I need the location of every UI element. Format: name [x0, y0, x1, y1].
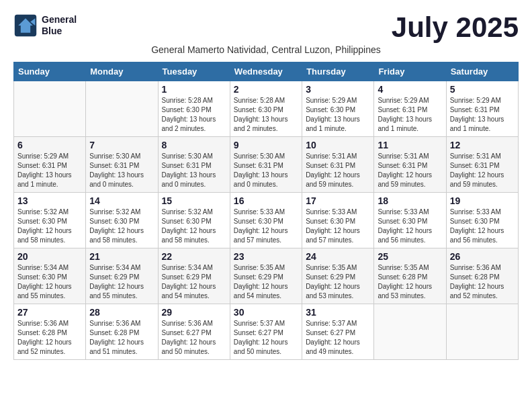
- day-info: Sunrise: 5:35 AM Sunset: 6:29 PM Dayligh…: [234, 263, 298, 301]
- day-header-monday: Monday: [86, 62, 158, 81]
- day-info: Sunrise: 5:33 AM Sunset: 6:30 PM Dayligh…: [306, 208, 370, 245]
- subtitle: General Mamerto Natividad, Central Luzon…: [13, 44, 519, 55]
- month-title: July 2025: [392, 13, 519, 42]
- week-row-5: 27Sunrise: 5:36 AM Sunset: 6:28 PM Dayli…: [14, 304, 519, 360]
- calendar-cell: 12Sunrise: 5:31 AM Sunset: 6:31 PM Dayli…: [446, 137, 518, 193]
- day-info: Sunrise: 5:36 AM Sunset: 6:28 PM Dayligh…: [450, 263, 515, 301]
- day-number: 2: [234, 84, 298, 95]
- day-number: 3: [306, 84, 370, 95]
- day-number: 28: [89, 307, 154, 318]
- day-number: 21: [89, 251, 154, 262]
- day-number: 6: [17, 140, 82, 150]
- day-info: Sunrise: 5:33 AM Sunset: 6:30 PM Dayligh…: [234, 208, 298, 245]
- day-number: 17: [306, 195, 370, 206]
- calendar-cell: 2Sunrise: 5:28 AM Sunset: 6:30 PM Daylig…: [230, 81, 302, 137]
- calendar-cell: 10Sunrise: 5:31 AM Sunset: 6:31 PM Dayli…: [302, 137, 374, 193]
- day-number: 15: [162, 195, 226, 206]
- day-info: Sunrise: 5:37 AM Sunset: 6:27 PM Dayligh…: [234, 319, 298, 357]
- day-number: 7: [89, 140, 154, 150]
- calendar-cell: 30Sunrise: 5:37 AM Sunset: 6:27 PM Dayli…: [230, 304, 302, 360]
- calendar-cell: 31Sunrise: 5:37 AM Sunset: 6:27 PM Dayli…: [302, 304, 374, 360]
- day-info: Sunrise: 5:31 AM Sunset: 6:31 PM Dayligh…: [450, 152, 515, 189]
- day-number: 8: [162, 140, 226, 150]
- calendar-cell: 4Sunrise: 5:29 AM Sunset: 6:31 PM Daylig…: [374, 81, 446, 137]
- calendar-cell: 18Sunrise: 5:33 AM Sunset: 6:30 PM Dayli…: [374, 193, 446, 248]
- day-info: Sunrise: 5:31 AM Sunset: 6:31 PM Dayligh…: [306, 152, 370, 189]
- calendar-cell: 6Sunrise: 5:29 AM Sunset: 6:31 PM Daylig…: [14, 137, 86, 193]
- day-number: 31: [306, 307, 370, 318]
- day-info: Sunrise: 5:32 AM Sunset: 6:30 PM Dayligh…: [162, 208, 226, 245]
- week-row-4: 20Sunrise: 5:34 AM Sunset: 6:30 PM Dayli…: [14, 248, 519, 304]
- calendar-cell: 7Sunrise: 5:30 AM Sunset: 6:31 PM Daylig…: [86, 137, 158, 193]
- page-header: General Blue July 2025: [13, 13, 519, 42]
- day-number: 13: [17, 195, 82, 206]
- day-info: Sunrise: 5:30 AM Sunset: 6:31 PM Dayligh…: [234, 152, 298, 189]
- day-info: Sunrise: 5:35 AM Sunset: 6:29 PM Dayligh…: [306, 263, 370, 301]
- day-info: Sunrise: 5:36 AM Sunset: 6:28 PM Dayligh…: [89, 319, 154, 357]
- calendar-cell: 3Sunrise: 5:29 AM Sunset: 6:30 PM Daylig…: [302, 81, 374, 137]
- logo-line1: General: [42, 14, 77, 26]
- day-number: 20: [17, 251, 82, 262]
- day-number: 9: [234, 140, 298, 150]
- day-number: 22: [162, 251, 226, 262]
- calendar-cell: 21Sunrise: 5:34 AM Sunset: 6:29 PM Dayli…: [86, 248, 158, 304]
- calendar-cell: 16Sunrise: 5:33 AM Sunset: 6:30 PM Dayli…: [230, 193, 302, 248]
- day-number: 11: [378, 140, 442, 150]
- day-info: Sunrise: 5:31 AM Sunset: 6:31 PM Dayligh…: [378, 152, 442, 189]
- calendar-cell: [446, 304, 518, 360]
- day-info: Sunrise: 5:36 AM Sunset: 6:27 PM Dayligh…: [162, 319, 226, 357]
- calendar-cell: 20Sunrise: 5:34 AM Sunset: 6:30 PM Dayli…: [14, 248, 86, 304]
- day-info: Sunrise: 5:28 AM Sunset: 6:30 PM Dayligh…: [234, 96, 298, 134]
- week-row-3: 13Sunrise: 5:32 AM Sunset: 6:30 PM Dayli…: [14, 193, 519, 248]
- day-info: Sunrise: 5:32 AM Sunset: 6:30 PM Dayligh…: [17, 208, 82, 245]
- day-info: Sunrise: 5:34 AM Sunset: 6:30 PM Dayligh…: [17, 263, 82, 301]
- day-info: Sunrise: 5:29 AM Sunset: 6:30 PM Dayligh…: [306, 96, 370, 134]
- logo-icon: [13, 13, 38, 38]
- calendar-header-row: SundayMondayTuesdayWednesdayThursdayFrid…: [14, 62, 519, 81]
- day-header-sunday: Sunday: [14, 62, 86, 81]
- calendar-cell: 15Sunrise: 5:32 AM Sunset: 6:30 PM Dayli…: [158, 193, 230, 248]
- day-number: 18: [378, 195, 442, 206]
- calendar-cell: 28Sunrise: 5:36 AM Sunset: 6:28 PM Dayli…: [86, 304, 158, 360]
- day-info: Sunrise: 5:35 AM Sunset: 6:28 PM Dayligh…: [378, 263, 442, 301]
- week-row-1: 1Sunrise: 5:28 AM Sunset: 6:30 PM Daylig…: [14, 81, 519, 137]
- day-info: Sunrise: 5:34 AM Sunset: 6:29 PM Dayligh…: [162, 263, 226, 301]
- day-info: Sunrise: 5:28 AM Sunset: 6:30 PM Dayligh…: [162, 96, 226, 134]
- calendar-cell: 25Sunrise: 5:35 AM Sunset: 6:28 PM Dayli…: [374, 248, 446, 304]
- calendar-cell: 22Sunrise: 5:34 AM Sunset: 6:29 PM Dayli…: [158, 248, 230, 304]
- calendar-cell: 23Sunrise: 5:35 AM Sunset: 6:29 PM Dayli…: [230, 248, 302, 304]
- day-info: Sunrise: 5:33 AM Sunset: 6:30 PM Dayligh…: [450, 208, 515, 245]
- logo: General Blue: [13, 13, 77, 38]
- day-number: 23: [234, 251, 298, 262]
- day-number: 14: [89, 195, 154, 206]
- calendar-cell: 9Sunrise: 5:30 AM Sunset: 6:31 PM Daylig…: [230, 137, 302, 193]
- day-info: Sunrise: 5:34 AM Sunset: 6:29 PM Dayligh…: [89, 263, 154, 301]
- day-number: 24: [306, 251, 370, 262]
- calendar-cell: 14Sunrise: 5:32 AM Sunset: 6:30 PM Dayli…: [86, 193, 158, 248]
- day-info: Sunrise: 5:30 AM Sunset: 6:31 PM Dayligh…: [89, 152, 154, 189]
- calendar-table: SundayMondayTuesdayWednesdayThursdayFrid…: [13, 62, 519, 360]
- day-header-friday: Friday: [374, 62, 446, 81]
- calendar-cell: 8Sunrise: 5:30 AM Sunset: 6:31 PM Daylig…: [158, 137, 230, 193]
- calendar-cell: 13Sunrise: 5:32 AM Sunset: 6:30 PM Dayli…: [14, 193, 86, 248]
- day-info: Sunrise: 5:29 AM Sunset: 6:31 PM Dayligh…: [450, 96, 515, 134]
- day-header-tuesday: Tuesday: [158, 62, 230, 81]
- day-info: Sunrise: 5:29 AM Sunset: 6:31 PM Dayligh…: [17, 152, 82, 189]
- day-info: Sunrise: 5:36 AM Sunset: 6:28 PM Dayligh…: [17, 319, 82, 357]
- day-info: Sunrise: 5:33 AM Sunset: 6:30 PM Dayligh…: [378, 208, 442, 245]
- calendar-cell: 17Sunrise: 5:33 AM Sunset: 6:30 PM Dayli…: [302, 193, 374, 248]
- day-number: 12: [450, 140, 515, 150]
- day-number: 1: [162, 84, 226, 95]
- calendar-cell: [14, 81, 86, 137]
- calendar-cell: 24Sunrise: 5:35 AM Sunset: 6:29 PM Dayli…: [302, 248, 374, 304]
- day-header-saturday: Saturday: [446, 62, 518, 81]
- day-number: 10: [306, 140, 370, 150]
- logo-text: General Blue: [42, 14, 77, 37]
- day-number: 30: [234, 307, 298, 318]
- calendar-cell: 29Sunrise: 5:36 AM Sunset: 6:27 PM Dayli…: [158, 304, 230, 360]
- calendar-cell: 1Sunrise: 5:28 AM Sunset: 6:30 PM Daylig…: [158, 81, 230, 137]
- day-header-thursday: Thursday: [302, 62, 374, 81]
- day-info: Sunrise: 5:37 AM Sunset: 6:27 PM Dayligh…: [306, 319, 370, 357]
- day-number: 26: [450, 251, 515, 262]
- calendar-cell: 27Sunrise: 5:36 AM Sunset: 6:28 PM Dayli…: [14, 304, 86, 360]
